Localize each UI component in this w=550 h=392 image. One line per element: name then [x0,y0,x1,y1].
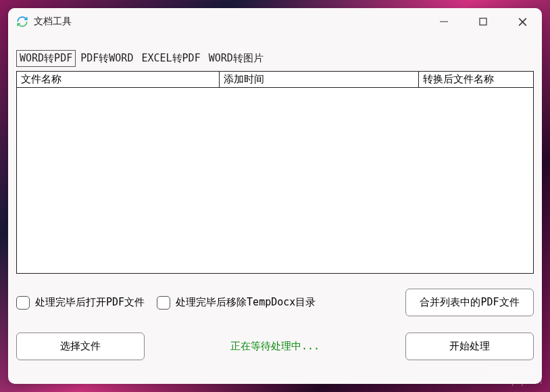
actions-row: 选择文件 正在等待处理中... 开始处理 [16,333,534,360]
maximize-button[interactable] [464,8,503,35]
table-body[interactable] [17,88,533,273]
app-window: 文档工具 WORD转PDF PDF转WORD EXCEL转PDF WORD转图片… [8,8,542,384]
merge-button[interactable]: 合并列表中的PDF文件 [405,289,534,316]
checkbox-remove-temp[interactable] [157,296,170,310]
refresh-icon [16,16,28,28]
start-button[interactable]: 开始处理 [405,333,534,360]
label-open-pdf: 处理完毕后打开PDF文件 [35,296,145,309]
svg-rect-1 [480,18,486,25]
titlebar: 文档工具 [8,8,542,35]
select-file-button[interactable]: 选择文件 [16,333,145,360]
tab-word-to-pdf[interactable]: WORD转PDF [16,50,76,67]
label-remove-temp: 处理完毕后移除TempDocx目录 [176,296,316,309]
file-table: 文件名称 添加时间 转换后文件名称 [16,71,534,274]
column-filename[interactable]: 文件名称 [17,72,220,87]
close-button[interactable] [503,8,542,35]
status-text: 正在等待处理中... [145,340,405,353]
options-row: 处理完毕后打开PDF文件 处理完毕后移除TempDocx目录 合并列表中的PDF… [16,289,534,316]
checkbox-open-pdf[interactable] [16,296,30,310]
minimize-button[interactable] [424,8,464,35]
content-area: 文件名称 添加时间 转换后文件名称 处理完毕后打开PDF文件 处理完毕后移除Te… [8,67,542,384]
window-controls [424,8,542,35]
tab-word-to-image[interactable]: WORD转图片 [205,50,267,67]
app-title: 文档工具 [34,16,72,28]
tab-pdf-to-word[interactable]: PDF转WORD [77,50,136,67]
column-addtime[interactable]: 添加时间 [220,72,419,87]
tab-bar: WORD转PDF PDF转WORD EXCEL转PDF WORD转图片 [8,50,542,67]
column-outputname[interactable]: 转换后文件名称 [419,72,533,87]
tab-excel-to-pdf[interactable]: EXCEL转PDF [138,50,203,67]
table-header: 文件名称 添加时间 转换后文件名称 [17,72,533,88]
